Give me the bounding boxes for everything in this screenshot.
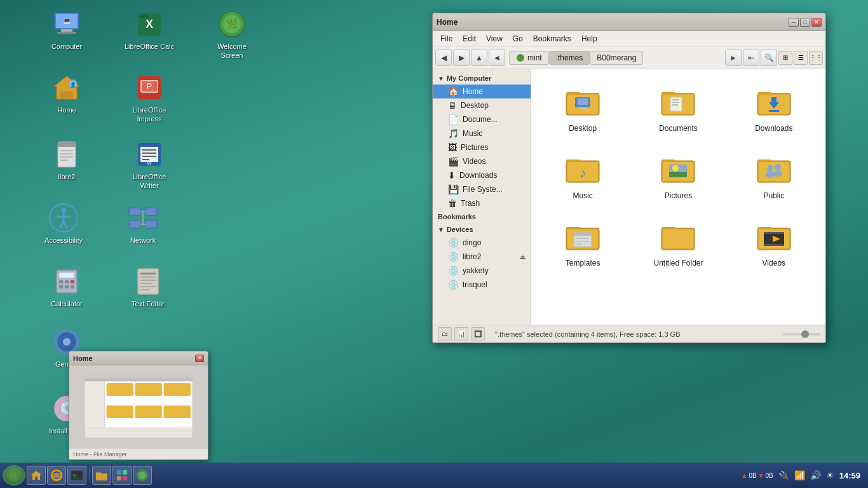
taskbar-mint-icon[interactable] xyxy=(133,466,152,485)
svg-rect-2 xyxy=(61,29,72,32)
music-sidebar-icon: 🎵 xyxy=(448,128,459,139)
desktop-icon-network[interactable]: Network xyxy=(114,200,172,247)
menu-help[interactable]: Help xyxy=(576,33,602,44)
maximize-button[interactable]: □ xyxy=(800,18,810,27)
sidebar-device-dingo[interactable]: 💿 dingo xyxy=(433,236,531,250)
preview-close-button[interactable]: ✕ xyxy=(195,355,204,362)
svg-text:♪: ♪ xyxy=(580,166,586,180)
file-item-music[interactable]: ♪ Music xyxy=(538,143,628,205)
file-grid: Desktop xyxy=(531,69,825,325)
wifi-tray-icon[interactable]: 📶 xyxy=(794,470,805,480)
sidebar-item-desktop[interactable]: 🖥 Desktop xyxy=(433,98,531,112)
libre2-icon-label: libre2 xyxy=(58,172,76,181)
breadcrumb-mint[interactable]: 🌿 mint xyxy=(509,51,549,65)
sidebar-item-downloads[interactable]: ⬇ Downloads xyxy=(433,168,531,182)
menu-edit[interactable]: Edit xyxy=(458,33,481,44)
desktop-icon-calculator[interactable]: Calculator xyxy=(38,264,95,311)
svg-point-34 xyxy=(61,208,66,213)
file-item-public[interactable]: Public xyxy=(729,143,819,205)
desktop-icon-calc[interactable]: X LibreOffice Calc xyxy=(121,6,178,53)
icon-view-btn[interactable]: ⊞ xyxy=(778,51,792,65)
file-item-documents[interactable]: Documents xyxy=(633,76,723,138)
sidebar-item-music[interactable]: 🎵 Music xyxy=(433,126,531,140)
file-item-downloads[interactable]: Downloads xyxy=(729,76,819,138)
file-item-pictures[interactable]: Pictures xyxy=(633,143,723,205)
desktop-icon-libre2[interactable]: libre2 xyxy=(38,137,95,184)
devices-section[interactable]: ▼ Devices xyxy=(433,223,531,236)
compact-view-btn[interactable]: ⋮⋮ xyxy=(809,51,823,65)
file-item-templates[interactable]: Templates xyxy=(538,210,628,273)
zoom-slider[interactable] xyxy=(782,333,820,336)
expand-btn[interactable]: ⇤ xyxy=(743,50,759,66)
my-computer-section[interactable]: ▼ My Computer xyxy=(433,72,531,85)
taskbar-home-icon[interactable] xyxy=(27,466,46,485)
downloads-sidebar-icon: ⬇ xyxy=(448,170,456,180)
sidebar-item-home[interactable]: 🏠 Home xyxy=(433,85,531,98)
sidebar-item-videos[interactable]: 🎬 Videos xyxy=(433,154,531,168)
trash-sidebar-icon: 🗑 xyxy=(448,198,457,208)
menu-view[interactable]: View xyxy=(481,33,508,44)
close-button[interactable]: ✕ xyxy=(811,18,822,27)
svg-point-136 xyxy=(139,471,146,479)
eject-icon[interactable]: ⏏ xyxy=(520,254,526,261)
file-manager-title: Home xyxy=(437,18,458,27)
network-tray-icon[interactable]: 🔌 xyxy=(778,470,789,480)
menu-go[interactable]: Go xyxy=(508,33,528,44)
yakkety-device-icon: 💿 xyxy=(448,266,459,276)
desktop-icon-impress[interactable]: P LibreOffice Impress xyxy=(121,70,178,126)
sidebar-item-documents[interactable]: 📄 Docume... xyxy=(433,112,531,126)
sidebar-item-pictures[interactable]: 🖼 Pictures xyxy=(433,140,531,154)
desktop-icon-welcome[interactable]: 🌿 Welcome Screen xyxy=(203,6,261,63)
file-item-untitled[interactable]: Untitled Folder xyxy=(633,210,723,273)
taskbar-folder-btn[interactable] xyxy=(92,466,111,485)
status-icon-1[interactable]: 🗂 xyxy=(438,327,452,341)
desktop-folder-icon xyxy=(562,81,603,121)
minimize-button[interactable]: ─ xyxy=(789,18,799,27)
svg-point-101 xyxy=(775,164,781,170)
file-item-videos[interactable]: Videos xyxy=(729,210,819,273)
sidebar-device-trisquel[interactable]: 💿 trisquel xyxy=(433,278,531,292)
breadcrumb-b00merang[interactable]: B00merang xyxy=(590,51,643,65)
menu-bookmarks[interactable]: Bookmarks xyxy=(528,33,576,44)
nav-left-button[interactable]: ◄ xyxy=(489,50,505,66)
forward-button[interactable]: ▶ xyxy=(453,50,470,66)
writer-icon: W xyxy=(134,139,165,170)
sidebar-item-filesystem[interactable]: 💾 File Syste... xyxy=(433,182,531,196)
svg-rect-56 xyxy=(140,276,156,278)
taskbar-clock[interactable]: 14:59 xyxy=(839,471,860,480)
documents-sidebar-icon: 📄 xyxy=(448,114,459,125)
svg-rect-58 xyxy=(140,283,152,284)
writer-icon-label: LibreOffice Writer xyxy=(123,172,175,191)
sidebar-device-yakkety[interactable]: 💿 yakkety xyxy=(433,264,531,278)
taskbar-apps-icon[interactable] xyxy=(112,466,132,485)
desktop-icon-writer[interactable]: W LibreOffice Writer xyxy=(121,137,178,193)
svg-rect-21 xyxy=(58,142,76,147)
sidebar-item-trash[interactable]: 🗑 Trash xyxy=(433,196,531,210)
search-btn[interactable]: 🔍 xyxy=(761,50,777,66)
desktop-icon-text-editor[interactable]: Text Editor xyxy=(119,264,177,311)
download-speed: 0B xyxy=(766,472,773,479)
nav-right-button[interactable]: ► xyxy=(725,50,742,66)
preview-title: Home xyxy=(73,355,93,362)
desktop-icon-accessibility[interactable]: Accessibility xyxy=(35,200,92,247)
list-view-btn[interactable]: ☰ xyxy=(794,51,808,65)
menu-file[interactable]: File xyxy=(435,33,458,44)
taskbar-terminal-icon[interactable]: _ >_ xyxy=(67,466,86,485)
zoom-thumb[interactable] xyxy=(801,330,809,338)
volume-tray-icon[interactable]: 🔊 xyxy=(810,470,821,480)
breadcrumb-themes[interactable]: .themes xyxy=(549,51,590,65)
start-button[interactable]: 🌿 xyxy=(3,465,25,485)
up-button[interactable]: ▲ xyxy=(471,50,487,66)
status-icon-3[interactable]: 🔲 xyxy=(471,327,485,341)
back-button[interactable]: ◀ xyxy=(435,50,452,66)
brightness-tray-icon[interactable]: ☀ xyxy=(826,470,834,480)
desktop-icon-home[interactable]: 👤 Home xyxy=(38,70,95,117)
desktop-icon-computer[interactable]: 💻 Computer xyxy=(38,6,95,53)
svg-rect-47 xyxy=(59,273,74,278)
svg-text:>_: >_ xyxy=(73,472,79,478)
status-icon-2[interactable]: 📊 xyxy=(454,327,468,341)
sidebar-device-libre2[interactable]: 💿 libre2 ⏏ xyxy=(433,250,531,264)
file-item-desktop[interactable]: Desktop xyxy=(538,76,628,138)
taskbar-firefox-icon[interactable] xyxy=(47,466,66,485)
download-icon: ▼ xyxy=(758,472,764,479)
